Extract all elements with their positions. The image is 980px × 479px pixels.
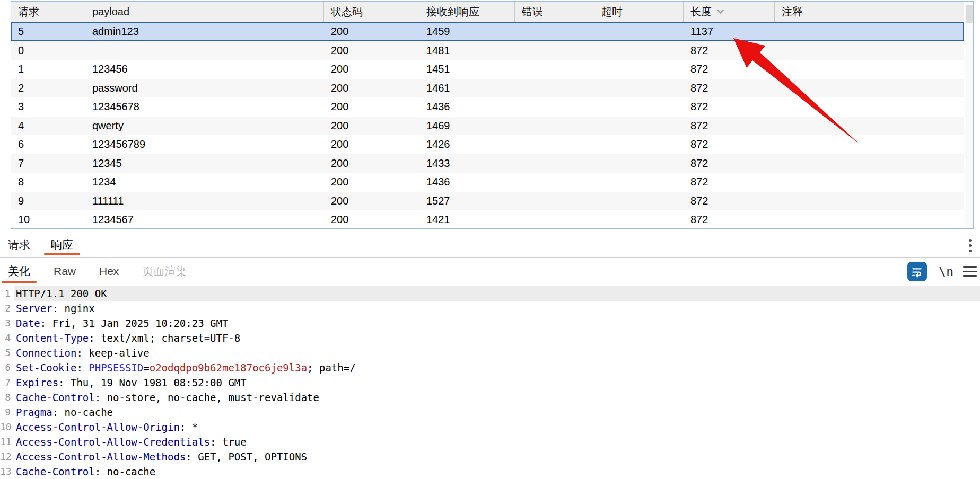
line-content: Expires: Thu, 19 Nov 1981 08:52:00 GMT [14, 375, 980, 390]
editor-view-tab[interactable]: Raw [46, 258, 84, 285]
newline-icon[interactable]: \n [939, 263, 953, 281]
column-header-error[interactable]: 错误 [515, 2, 594, 22]
response-line: 12 Access-Control-Allow-Methods: GET, PO… [0, 449, 980, 464]
table-row[interactable]: 02001481872 [11, 41, 964, 60]
cell-request: 3 [11, 97, 85, 117]
cell-status: 200 [324, 117, 419, 136]
cell-payload [85, 41, 324, 60]
response-line: 11 Access-Control-Allow-Credentials: tru… [0, 434, 980, 449]
table-row[interactable]: 4qwerty2001469872 [11, 117, 964, 136]
table-row[interactable]: 3123456782001436872 [11, 97, 964, 117]
cell-comment [775, 97, 964, 117]
message-tab-label: 请求 [8, 237, 30, 252]
line-number: 12 [0, 449, 14, 464]
column-header-received[interactable]: 接收到响应 [419, 2, 515, 22]
column-header-length[interactable]: 长度 [684, 2, 775, 22]
line-number: 8 [0, 390, 14, 405]
editor-view-tabs: 美化 Raw Hex 页面渲染 [0, 258, 980, 285]
message-tab[interactable]: 请求 [0, 232, 38, 257]
message-tabs: 请求 响应 [0, 232, 980, 258]
cell-error [515, 41, 594, 60]
cell-timeout [594, 135, 684, 154]
cell-payload: 12345678 [85, 97, 324, 117]
cell-timeout [594, 41, 684, 60]
sort-desc-chevron-icon [717, 7, 724, 14]
response-line: 8 Cache-Control: no-store, no-cache, mus… [0, 390, 980, 405]
editor-view-tab[interactable]: Hex [91, 258, 127, 285]
cell-payload: 1234 [85, 173, 324, 192]
table-row[interactable]: 61234567892001426872 [11, 135, 964, 154]
cell-request: 7 [11, 154, 85, 173]
intruder-results-window: 请求 payload 状态码 接收到响应 错误 超时 长度 注释 5admin1… [0, 0, 980, 479]
message-tab[interactable]: 响应 [43, 232, 81, 257]
column-header-comment[interactable]: 注释 [775, 2, 964, 22]
table-row[interactable]: 812342001436872 [11, 173, 964, 192]
cell-length: 872 [684, 210, 775, 228]
table-row[interactable]: 91111112001527872 [11, 192, 964, 211]
response-line: 9 Pragma: no-cache [0, 405, 980, 420]
column-header-status[interactable]: 状态码 [324, 2, 419, 22]
cell-length: 872 [684, 192, 775, 211]
cell-received: 1451 [419, 60, 515, 79]
cell-payload: 123456789 [85, 135, 324, 154]
column-header-timeout[interactable]: 超时 [594, 2, 684, 22]
cell-received: 1461 [419, 79, 515, 98]
cell-status: 200 [324, 60, 419, 79]
column-header-request[interactable]: 请求 [11, 2, 85, 22]
cell-comment [775, 210, 964, 228]
cell-length: 872 [684, 41, 775, 60]
editor-menu-icon[interactable] [963, 265, 977, 278]
cell-length: 1137 [684, 22, 775, 41]
cell-payload: 12345 [85, 154, 324, 173]
cell-payload: admin123 [85, 22, 324, 41]
word-wrap-icon[interactable] [907, 262, 927, 281]
response-lines: 1 HTTP/1.1 200 OK 2 Server: nginx 3 Date… [0, 285, 980, 479]
results-table-panel: 请求 payload 状态码 接收到响应 错误 超时 长度 注释 5admin1… [11, 1, 974, 229]
cell-timeout [594, 97, 684, 117]
line-content: Access-Control-Allow-Credentials: true [14, 434, 980, 449]
table-row[interactable]: 11234562001451872 [11, 60, 964, 79]
table-row[interactable]: 1012345672001421872 [11, 210, 964, 228]
editor-view-tab-label: Hex [99, 265, 119, 278]
cell-error [515, 192, 594, 211]
cell-payload: qwerty [85, 117, 324, 136]
message-tabs-list: 请求 响应 [0, 232, 980, 257]
cell-received: 1459 [419, 22, 515, 41]
cell-received: 1421 [419, 210, 515, 228]
cell-request: 9 [11, 192, 85, 211]
table-row[interactable]: 2password2001461872 [11, 79, 964, 98]
line-content: Cache-Control: no-cache [14, 464, 980, 479]
cell-request: 8 [11, 173, 85, 192]
response-line: 10 Access-Control-Allow-Origin: * [0, 420, 980, 434]
cell-status: 200 [324, 154, 419, 173]
line-number: 11 [0, 434, 14, 449]
cell-comment [775, 22, 964, 41]
table-scrollbar-thumb[interactable] [966, 5, 973, 23]
response-editor[interactable]: 1 HTTP/1.1 200 OK 2 Server: nginx 3 Date… [0, 285, 980, 479]
cell-length: 872 [684, 79, 775, 98]
cell-request: 4 [11, 117, 85, 136]
cell-length: 872 [684, 154, 775, 173]
editor-view-tab[interactable]: 美化 [0, 258, 38, 285]
cell-comment [775, 192, 964, 211]
response-line: 2 Server: nginx [0, 301, 980, 316]
line-number: 10 [0, 420, 14, 434]
column-header-label: 状态码 [331, 5, 363, 19]
line-number: 4 [0, 331, 14, 345]
table-scrollbar[interactable] [965, 2, 973, 228]
message-options-kebab-icon[interactable] [965, 237, 975, 253]
cell-error [515, 154, 594, 173]
table-row[interactable]: 7123452001433872 [11, 154, 964, 173]
cell-payload: 111111 [85, 192, 324, 211]
column-header-label: 请求 [18, 5, 39, 19]
cell-comment [775, 135, 964, 154]
column-header-payload[interactable]: payload [85, 2, 324, 22]
cell-request: 5 [11, 22, 85, 41]
column-header-label: payload [92, 6, 129, 18]
cell-received: 1469 [419, 117, 515, 136]
column-header-label: 注释 [782, 5, 803, 19]
line-number: 9 [0, 405, 14, 420]
cell-request: 2 [11, 79, 85, 98]
table-row[interactable]: 5admin12320014591137 [11, 22, 964, 41]
line-number: 1 [0, 286, 14, 301]
